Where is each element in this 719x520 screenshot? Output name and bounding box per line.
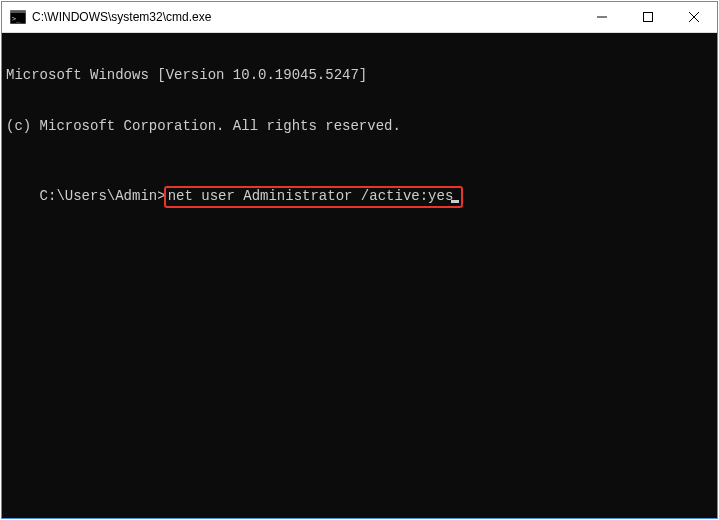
window-title: C:\WINDOWS\system32\cmd.exe <box>32 10 579 24</box>
command-highlight: net user Administrator /active:yes <box>164 186 464 208</box>
maximize-button[interactable] <box>625 2 671 32</box>
window-controls <box>579 2 717 32</box>
titlebar[interactable]: >_ C:\WINDOWS\system32\cmd.exe <box>2 2 717 33</box>
close-button[interactable] <box>671 2 717 32</box>
copyright-line: (c) Microsoft Corporation. All rights re… <box>6 118 713 135</box>
cmd-icon: >_ <box>10 9 26 25</box>
prompt-text: C:\Users\Admin> <box>40 188 166 204</box>
version-line: Microsoft Windows [Version 10.0.19045.52… <box>6 67 713 84</box>
svg-rect-5 <box>644 13 653 22</box>
terminal-area[interactable]: Microsoft Windows [Version 10.0.19045.52… <box>2 33 717 518</box>
minimize-button[interactable] <box>579 2 625 32</box>
cursor <box>451 200 459 203</box>
cmd-window: >_ C:\WINDOWS\system32\cmd.exe Microsoft… <box>1 1 718 519</box>
command-text: net user Administrator /active:yes <box>168 188 454 204</box>
svg-text:>_: >_ <box>12 15 21 23</box>
prompt-line: C:\Users\Admin>net user Administrator /a… <box>40 186 464 208</box>
